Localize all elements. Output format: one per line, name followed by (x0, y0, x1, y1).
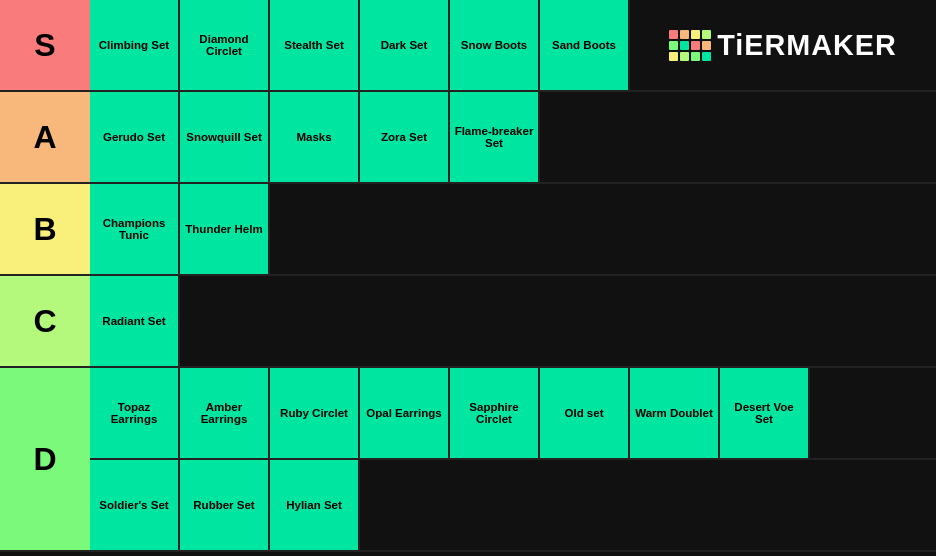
tier-item[interactable]: Warm Doublet (630, 368, 720, 458)
tier-items-C: Radiant Set (90, 276, 936, 366)
tier-item[interactable]: Snowquill Set (180, 92, 270, 182)
tier-item[interactable]: Zora Set (360, 92, 450, 182)
tier-label-A: A (0, 92, 90, 182)
logo-dot (669, 41, 678, 50)
empty-fill (270, 184, 936, 274)
tier-item[interactable]: Hylian Set (270, 460, 360, 550)
logo-dot (702, 41, 711, 50)
tier-item[interactable]: Champions Tunic (90, 184, 180, 274)
tier-items-d: Topaz EarringsAmber EarringsRuby Circlet… (90, 368, 936, 550)
tier-list: SClimbing SetDiamond CircletStealth SetD… (0, 0, 936, 552)
tier-d-subrow-0: Topaz EarringsAmber EarringsRuby Circlet… (90, 368, 936, 460)
tier-item[interactable]: Dark Set (360, 0, 450, 90)
tier-item[interactable]: Climbing Set (90, 0, 180, 90)
tier-items-A: Gerudo SetSnowquill SetMasksZora SetFlam… (90, 92, 936, 182)
logo-grid (669, 30, 711, 61)
logo-dot (691, 52, 700, 61)
logo-dot (702, 30, 711, 39)
empty-fill (810, 368, 936, 458)
tier-row-C: CRadiant Set (0, 276, 936, 368)
logo-text: TiERMAKER (717, 29, 897, 62)
logo-inner: TiERMAKER (669, 29, 897, 62)
logo-dot (691, 30, 700, 39)
tier-label-C: C (0, 276, 90, 366)
tier-item[interactable]: Opal Earrings (360, 368, 450, 458)
tier-items-s: Climbing SetDiamond CircletStealth SetDa… (90, 0, 936, 90)
tier-item[interactable]: Radiant Set (90, 276, 180, 366)
tier-item[interactable]: Diamond Circlet (180, 0, 270, 90)
empty-fill (180, 276, 936, 366)
tier-item[interactable]: Gerudo Set (90, 92, 180, 182)
logo-dot (691, 41, 700, 50)
tier-item[interactable]: Sand Boots (540, 0, 630, 90)
tier-row-S: SClimbing SetDiamond CircletStealth SetD… (0, 0, 936, 92)
tier-item[interactable]: Ruby Circlet (270, 368, 360, 458)
tier-item[interactable]: Soldier's Set (90, 460, 180, 550)
tier-row-D: DTopaz EarringsAmber EarringsRuby Circle… (0, 368, 936, 552)
logo-dot (669, 30, 678, 39)
tier-label-S: S (0, 0, 90, 90)
tier-item[interactable]: Stealth Set (270, 0, 360, 90)
tier-item[interactable]: Topaz Earrings (90, 368, 180, 458)
tier-item[interactable]: Thunder Helm (180, 184, 270, 274)
tier-item[interactable]: Old set (540, 368, 630, 458)
tier-items-B: Champions TunicThunder Helm (90, 184, 936, 274)
logo-dot (669, 52, 678, 61)
logo-dot (702, 52, 711, 61)
tier-item[interactable]: Rubber Set (180, 460, 270, 550)
tier-d-subrow-1: Soldier's SetRubber SetHylian Set (90, 460, 936, 550)
tier-label-D: D (0, 368, 90, 550)
tier-item[interactable]: Masks (270, 92, 360, 182)
tier-row-B: BChampions TunicThunder Helm (0, 184, 936, 276)
logo-dot (680, 41, 689, 50)
empty-fill (360, 460, 936, 550)
logo-cell: TiERMAKER (630, 0, 936, 90)
empty-fill (540, 92, 936, 182)
tier-item[interactable]: Desert Voe Set (720, 368, 810, 458)
logo-dot (680, 30, 689, 39)
tier-item[interactable]: Amber Earrings (180, 368, 270, 458)
tier-item[interactable]: Sapphire Circlet (450, 368, 540, 458)
tier-row-A: AGerudo SetSnowquill SetMasksZora SetFla… (0, 92, 936, 184)
tier-label-B: B (0, 184, 90, 274)
logo-dot (680, 52, 689, 61)
tier-item[interactable]: Snow Boots (450, 0, 540, 90)
tier-item[interactable]: Flame-breaker Set (450, 92, 540, 182)
